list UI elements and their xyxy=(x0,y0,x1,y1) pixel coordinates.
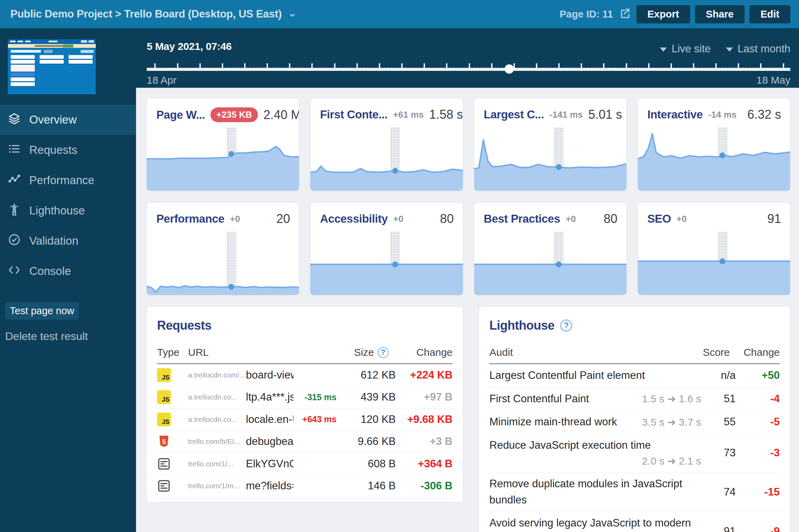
sparkline-marker[interactable] xyxy=(392,262,398,267)
audit-change: -4 xyxy=(736,393,780,405)
sparkline-chart xyxy=(310,234,463,295)
range-end-label: 18 May xyxy=(757,74,790,86)
metric-card[interactable]: First Conte... +61 ms 1.58 s xyxy=(310,98,463,191)
requests-panel-title: Requests xyxy=(157,318,453,333)
timeline-date: 5 May 2021, 07:46 xyxy=(147,41,232,52)
audit-row[interactable]: Remove duplicate modules in JavaScript b… xyxy=(489,472,780,512)
last-month-label: Last month xyxy=(738,43,790,55)
card-value: 5.01 s xyxy=(588,107,622,122)
lighthouse-panel: Lighthouse ? Audit Score Change Largest … xyxy=(479,306,790,532)
sparkline-marker[interactable] xyxy=(556,262,562,267)
slider-tick xyxy=(536,63,537,68)
card-title: First Conte... xyxy=(320,108,387,121)
check-circle-icon xyxy=(8,233,21,249)
metric-card[interactable]: SEO +0 91 xyxy=(637,202,790,295)
layers-icon xyxy=(8,112,21,128)
export-button[interactable]: Export xyxy=(636,5,690,23)
card-value: 6.32 s xyxy=(747,107,781,122)
request-change: +3 B xyxy=(396,435,453,448)
audit-cell: Largest Contentful Paint element xyxy=(489,368,701,384)
last-month-dropdown[interactable]: Last month xyxy=(726,43,790,55)
slider-tick xyxy=(783,63,784,68)
audit-row[interactable]: Largest Contentful Paint element n/a +50 xyxy=(489,364,780,387)
sidebar-item-overview[interactable]: Overview xyxy=(0,105,136,135)
request-row[interactable]: JS a.trellocdn.co... ltp.4a***.js -315 m… xyxy=(157,386,453,409)
edit-button[interactable]: Edit xyxy=(749,5,790,23)
audit-row[interactable]: First Contentful Paint 1.5 s ➜ 1.6 s 51 … xyxy=(489,387,780,411)
thumbnail-dash xyxy=(10,41,15,42)
request-row[interactable]: JS a.trellocdn.co... locale.en-US.a0... … xyxy=(157,408,453,431)
topbar-button-group: ExportShareEdit xyxy=(636,5,790,23)
column-score: Score xyxy=(688,347,730,358)
request-domain: a.trellocdn.com/... xyxy=(188,371,246,379)
page-screenshot-thumbnail[interactable] xyxy=(8,39,96,94)
metric-card-header: Best Practices +0 80 xyxy=(474,203,626,226)
slider-tick xyxy=(356,63,358,68)
request-size: 439 KB xyxy=(336,391,396,403)
sparkline-chart xyxy=(147,234,299,295)
sidebar-item-lighthouse[interactable]: Lighthouse xyxy=(0,195,136,226)
metric-card[interactable]: Interactive -14 ms 6.32 s xyxy=(637,98,790,191)
audit-score: 55 xyxy=(701,416,736,428)
metric-card[interactable]: Performance +0 20 xyxy=(146,202,299,295)
card-title: Largest C... xyxy=(484,108,544,121)
audit-name: Remove duplicate modules in JavaScript b… xyxy=(489,476,701,508)
card-title: Accessibility xyxy=(320,212,388,225)
help-icon[interactable]: ? xyxy=(560,319,572,332)
breadcrumb[interactable]: Public Demo Project > Trello Board (Desk… xyxy=(10,8,297,20)
slider-handle[interactable] xyxy=(505,64,514,74)
card-sparkline xyxy=(147,234,299,295)
thumbnail-card xyxy=(11,55,35,59)
audit-row[interactable]: Reduce JavaScript execution time 2.0 s ➜… xyxy=(489,434,780,473)
test-page-now-button[interactable]: Test page now xyxy=(5,302,79,320)
thumbnail-board-button xyxy=(81,50,94,53)
external-link-icon[interactable] xyxy=(619,8,630,20)
thumbnail-board-column xyxy=(69,55,93,65)
sparkline-marker[interactable] xyxy=(228,151,234,157)
card-badge: +235 KB xyxy=(210,107,258,122)
sparkline-chart xyxy=(638,129,790,191)
requests-table-header: Type URL Size ? Change xyxy=(157,347,453,364)
metric-card[interactable]: Best Practices +0 80 xyxy=(474,202,627,295)
sidebar-item-performance[interactable]: Performance xyxy=(0,165,136,195)
request-row[interactable]: 5 trello.com/b/El... debugbear-demo-boa.… xyxy=(157,431,453,453)
card-value: 1.58 s xyxy=(429,107,463,122)
help-icon[interactable]: ? xyxy=(377,347,389,358)
metric-card[interactable]: Page W... +235 KB 2.40 MB xyxy=(146,98,299,191)
metric-card[interactable]: Largest C... -141 ms 5.01 s xyxy=(474,98,627,191)
sidebar-item-requests[interactable]: Requests xyxy=(0,135,136,165)
metric-card[interactable]: Accessibility +0 80 xyxy=(310,202,463,295)
request-row[interactable]: trello.com/1/m... me?fields=oneTimeM... … xyxy=(157,475,453,498)
audit-detail: 1.5 s ➜ 1.6 s xyxy=(635,391,701,406)
thumbnail-card xyxy=(69,60,93,64)
audit-name: Avoid serving legacy JavaScript to moder… xyxy=(489,515,701,532)
thumbnail-board-column xyxy=(40,55,64,65)
share-button[interactable]: Share xyxy=(695,5,745,23)
sidebar-item-validation[interactable]: Validation xyxy=(0,226,136,256)
request-change: +9.68 KB xyxy=(396,413,453,426)
audit-name: Largest Contentful Paint element xyxy=(489,368,645,384)
timeline-slider[interactable] xyxy=(147,63,790,72)
metric-card-header: SEO +0 91 xyxy=(638,203,790,226)
request-domain: trello.com/b/El... xyxy=(188,437,246,446)
request-type-cell xyxy=(157,479,188,493)
thumbnail-card xyxy=(69,55,93,59)
audit-row[interactable]: Avoid serving legacy JavaScript to moder… xyxy=(489,512,780,532)
card-sparkline xyxy=(310,234,463,295)
slider-track[interactable] xyxy=(147,68,790,71)
request-row[interactable]: JS a.trellocdn.com/... board-view.66***.… xyxy=(157,364,453,386)
audit-row[interactable]: Minimize main-thread work 3.5 s ➜ 3.7 s … xyxy=(489,411,780,434)
slider-tick xyxy=(760,63,761,68)
live-site-dropdown[interactable]: Live site xyxy=(660,43,711,55)
audit-cell: Avoid serving legacy JavaScript to moder… xyxy=(489,515,701,532)
card-sparkline xyxy=(638,129,790,191)
sparkline-marker[interactable] xyxy=(392,168,398,174)
sidebar-item-console[interactable]: Console xyxy=(0,256,136,286)
sparkline-marker[interactable] xyxy=(719,258,725,264)
column-audit: Audit xyxy=(489,347,688,358)
request-row[interactable]: trello.com/1/... ElkYGVnQ?fields=id,id..… xyxy=(157,453,453,475)
card-value: 80 xyxy=(440,212,454,226)
delete-test-result-link[interactable]: Delete test result xyxy=(5,330,136,343)
breadcrumb-label: Public Demo Project > Trello Board (Desk… xyxy=(10,8,282,20)
sparkline-marker[interactable] xyxy=(556,164,562,170)
